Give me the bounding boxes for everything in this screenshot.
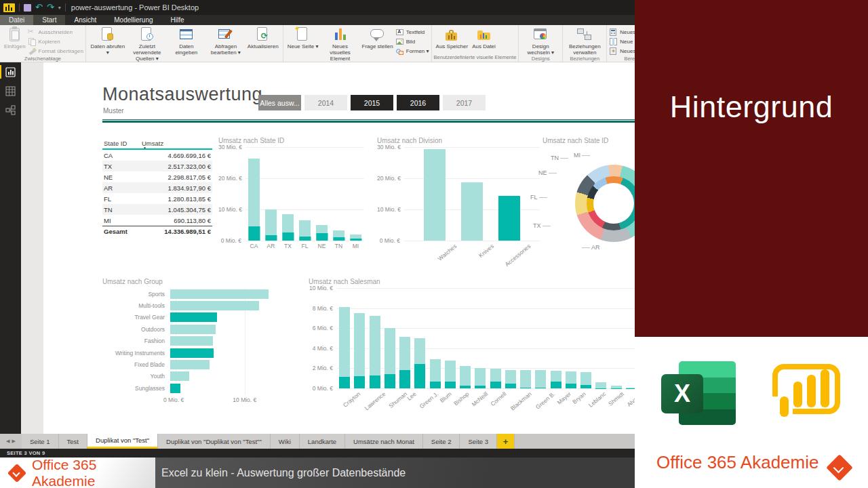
add-page-button[interactable]: + bbox=[497, 434, 515, 449]
page-tab-1[interactable]: Seite 1 bbox=[22, 434, 59, 449]
ribbon-button-aktualisieren[interactable]: ⟳Aktualisieren bbox=[245, 26, 281, 49]
bar-fashion[interactable]: Fashion bbox=[102, 336, 299, 347]
page-tab-9[interactable]: Seite 3 bbox=[460, 434, 497, 449]
bar-sunglasses[interactable]: Sunglasses bbox=[102, 382, 299, 394]
bar-alvarez[interactable] bbox=[564, 288, 578, 388]
bar-tn[interactable] bbox=[330, 147, 347, 241]
page-tab-5[interactable]: Wiki bbox=[271, 434, 300, 449]
slicer-button-2017[interactable]: 2017 bbox=[443, 95, 486, 110]
bar-tx[interactable] bbox=[279, 147, 296, 241]
table-row[interactable]: CA4.669.699,16 € bbox=[102, 150, 212, 161]
table-row[interactable]: TX2.517.323,00 € bbox=[102, 161, 212, 171]
bar-mayer[interactable] bbox=[503, 288, 518, 388]
ribbon-button-abfragen-bearbeiten[interactable]: Abfragen bearbeiten ▾ bbox=[206, 26, 245, 56]
ribbon-button-aus-datei[interactable]: Aus Datei bbox=[470, 26, 498, 49]
menu-item-datei[interactable]: Datei bbox=[0, 15, 33, 25]
slicer-button-2016[interactable]: 2016 bbox=[397, 95, 439, 110]
menu-item-start[interactable]: Start bbox=[33, 15, 65, 25]
bar-blanchard[interactable] bbox=[609, 288, 624, 388]
chart-umsatz-state[interactable]: Umsatz nach State ID30 Mio. €20 Mio. €10… bbox=[218, 137, 364, 262]
menu-item-modellierung[interactable]: Modellierung bbox=[105, 15, 161, 25]
bar-travel-gear[interactable]: Travel Gear bbox=[102, 312, 299, 323]
model-view-icon[interactable] bbox=[0, 100, 21, 119]
ribbon-button-design-wechseln[interactable]: Design wechseln ▾ bbox=[521, 26, 560, 56]
qat-dropdown-icon[interactable]: ▾ bbox=[58, 5, 61, 11]
bar-accessories[interactable] bbox=[490, 147, 528, 241]
page-tab-2[interactable]: Test bbox=[59, 434, 87, 449]
page-tab-7[interactable]: Umsätze nach Monat bbox=[345, 434, 423, 449]
bar-fl[interactable] bbox=[296, 147, 313, 241]
bar-lawrence[interactable] bbox=[352, 288, 367, 388]
ribbon-button-daten-eingeben[interactable]: Daten eingeben bbox=[167, 26, 206, 56]
bar-blackman[interactable] bbox=[473, 288, 488, 388]
page-tab-6[interactable]: Landkarte bbox=[300, 434, 345, 449]
slicer-button-alles-ausw-[interactable]: Alles ausw... bbox=[258, 95, 301, 110]
chart-umsatz-division[interactable]: Umsatz nach Division30 Mio. €20 Mio. €10… bbox=[377, 137, 540, 269]
table-row[interactable]: FL1.280.813,85 € bbox=[102, 193, 212, 204]
ribbon-button-bild[interactable]: Bild bbox=[395, 37, 429, 46]
bar-mcneill[interactable] bbox=[443, 288, 458, 388]
table-header[interactable]: State IDUmsatz▼ bbox=[102, 138, 212, 150]
y-axis-tick: 4 Mio. € bbox=[309, 345, 333, 352]
data-view-icon[interactable] bbox=[0, 81, 21, 100]
ribbon-button-beziehungen-verwalten[interactable]: Beziehungen verwalten bbox=[565, 26, 604, 56]
bar-youth[interactable]: Youth bbox=[102, 371, 299, 382]
page-tab-4[interactable]: Duplikat von "Duplikat von "Test"" bbox=[158, 434, 271, 449]
bar-outdoors[interactable]: Outdoors bbox=[102, 323, 299, 335]
menu-item-ansicht[interactable]: Ansicht bbox=[65, 15, 105, 25]
bar-shmidt[interactable] bbox=[549, 288, 564, 388]
ribbon-button-textfeld[interactable]: ATextfeld bbox=[395, 27, 429, 37]
bar-multi-tools[interactable]: Multi-tools bbox=[102, 300, 299, 311]
bar-blum[interactable] bbox=[412, 288, 427, 388]
ribbon-button-aus-speicher[interactable]: Aus Speicher bbox=[434, 26, 471, 49]
bar-cornell[interactable] bbox=[458, 288, 473, 388]
ribbon-button-frage-stellen[interactable]: Frage stellen bbox=[360, 26, 395, 49]
bar-ca[interactable] bbox=[245, 147, 262, 241]
bar-mi[interactable] bbox=[347, 147, 364, 241]
chart-umsatz-salesman[interactable]: Umsatz nach Salesman10 Mio. €8 Mio. €6 M… bbox=[309, 278, 639, 434]
bar-watches[interactable] bbox=[416, 147, 454, 241]
table-row[interactable]: TN1.045.304,75 € bbox=[102, 204, 212, 215]
table-row[interactable]: AR1.834.917,90 € bbox=[102, 182, 212, 193]
ribbon-button-neue-seite[interactable]: ✦Neue Seite ▾ bbox=[285, 26, 321, 49]
save-icon[interactable] bbox=[24, 4, 31, 12]
ribbon-button-neues-visuelles-element[interactable]: Neues visuelles Element bbox=[321, 26, 360, 62]
bar-sports[interactable]: Sports bbox=[102, 288, 299, 300]
slicer-button-2015[interactable]: 2015 bbox=[351, 95, 393, 110]
ribbon-button-kopieren[interactable]: Kopieren bbox=[28, 37, 83, 46]
undo-icon[interactable]: ↶ bbox=[35, 4, 43, 11]
bar-bishop[interactable] bbox=[428, 288, 443, 388]
redo-icon[interactable]: ↷ bbox=[47, 4, 54, 11]
bar-bryan[interactable] bbox=[518, 288, 533, 388]
bar-grady[interactable] bbox=[593, 288, 608, 388]
bar-fixed-blade[interactable]: Fixed Blade bbox=[102, 359, 299, 370]
ribbon-button-formen[interactable]: Formen ▾ bbox=[395, 46, 429, 56]
bar-shuman[interactable] bbox=[368, 288, 382, 388]
ribbon-button-format-bertragen[interactable]: Format übertragen bbox=[28, 46, 83, 56]
page-tab-3[interactable]: Duplikat von "Test" bbox=[87, 434, 158, 449]
table-row[interactable]: MI690.113,80 € bbox=[102, 215, 212, 226]
screen: ↶ ↷ ▾ power-auswertung - Power BI Deskto… bbox=[0, 0, 868, 488]
table-row[interactable]: NE2.298.817,05 € bbox=[102, 171, 212, 182]
page-tab-8[interactable]: Seite 2 bbox=[423, 434, 460, 449]
bar-leblanc[interactable] bbox=[533, 288, 548, 388]
menu-item-hilfe[interactable]: Hilfe bbox=[162, 15, 193, 25]
ribbon-button-ausschneiden[interactable]: ✂Ausschneiden bbox=[28, 27, 83, 37]
tab-nav-arrows[interactable]: ◀▶ bbox=[0, 434, 22, 449]
ribbon-button-zuletzt-verwendete-quellen[interactable]: Zuletzt verwendete Quellen ▾ bbox=[127, 26, 167, 62]
ribbon-button-daten-abrufen[interactable]: Daten abrufen ▾ bbox=[88, 26, 127, 56]
bar-writing-instruments[interactable]: Writing Instruments bbox=[102, 347, 299, 359]
bar-lee[interactable] bbox=[382, 288, 397, 388]
state-table[interactable]: State IDUmsatz▼CA4.669.699,16 €TX2.517.3… bbox=[102, 138, 212, 237]
bar-green-b-[interactable] bbox=[488, 288, 503, 388]
bar-ne[interactable] bbox=[313, 147, 330, 241]
bar-crayton[interactable] bbox=[337, 288, 352, 388]
bar-perez[interactable] bbox=[578, 288, 593, 388]
chart-umsatz-group[interactable]: Umsatz nach GroupSports Multi-tools Trav… bbox=[102, 278, 299, 417]
slicer-button-2014[interactable]: 2014 bbox=[304, 95, 347, 110]
report-view-icon[interactable] bbox=[0, 62, 21, 81]
bar-knives[interactable] bbox=[454, 147, 491, 241]
ribbon-button-einf-gen[interactable]: Einfügen bbox=[2, 26, 28, 49]
bar-green-j-[interactable] bbox=[397, 288, 412, 388]
bar-ar[interactable] bbox=[262, 147, 279, 241]
